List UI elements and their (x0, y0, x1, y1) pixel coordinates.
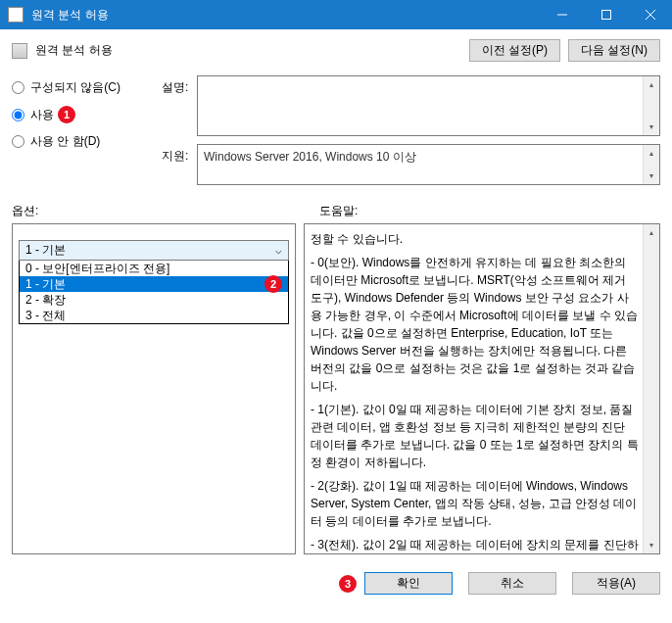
radio-disabled-input[interactable] (12, 135, 24, 148)
support-label: 지원: (162, 144, 197, 185)
prev-setting-button[interactable]: 이전 설정(P) (469, 39, 560, 62)
policy-icon (12, 43, 27, 59)
radio-not-configured[interactable]: 구성되지 않음(C) (12, 79, 154, 96)
scroll-up-icon[interactable]: ▴ (644, 145, 660, 162)
listbox-item-security[interactable]: 0 - 보안[엔터프라이즈 전용] (20, 261, 288, 276)
description-label: 설명: (162, 75, 197, 136)
radio-disabled-label: 사용 안 함(D) (30, 133, 100, 150)
combo-selected-value: 1 - 기본 (25, 242, 66, 259)
config-radios: 구성되지 않음(C) 사용 1 사용 안 함(D) (12, 75, 154, 193)
close-button[interactable] (628, 0, 672, 29)
window-title: 원격 분석 허용 (31, 7, 540, 24)
scroll-up-icon[interactable]: ▴ (644, 76, 660, 93)
header-row: 원격 분석 허용 이전 설정(P) 다음 설정(N) (12, 39, 660, 62)
annotation-badge-1: 1 (58, 106, 75, 123)
description-field[interactable]: ▴ ▾ (197, 75, 660, 136)
footer-buttons: 3 확인 취소 적용(A) (0, 564, 672, 602)
policy-title: 원격 분석 허용 (35, 42, 469, 59)
scrollbar[interactable]: ▴ ▾ (643, 224, 659, 553)
radio-enabled[interactable]: 사용 1 (12, 106, 154, 123)
support-field: Windows Server 2016, Windows 10 이상 ▴ ▾ (197, 144, 660, 185)
listbox-item-full[interactable]: 3 - 전체 (20, 308, 288, 323)
annotation-badge-2: 2 (264, 275, 282, 293)
scroll-down-icon[interactable]: ▾ (644, 119, 660, 135)
radio-disabled[interactable]: 사용 안 함(D) (12, 133, 154, 150)
scrollbar[interactable]: ▴ ▾ (643, 145, 659, 184)
listbox-item-basic-label: 1 - 기본 (25, 277, 66, 291)
radio-enabled-label: 사용 (30, 107, 54, 123)
help-text: - 2(강화). 값이 1일 때 제공하는 데이터에 Windows, Wind… (311, 477, 640, 530)
annotation-badge-3: 3 (339, 575, 357, 593)
help-text: - 3(전체). 값이 2일 때 제공하는 데이터에 장치의 문제를 진단하고 … (311, 536, 640, 554)
radio-not-configured-input[interactable] (12, 81, 24, 94)
options-label: 옵션: (12, 203, 319, 219)
help-text: - 1(기본). 값이 0일 때 제공하는 데이터에 기본 장치 정보, 품질 … (311, 401, 640, 471)
scroll-up-icon[interactable]: ▴ (644, 224, 660, 241)
help-label: 도움말: (319, 203, 660, 219)
cancel-button[interactable]: 취소 (468, 572, 556, 595)
listbox-item-enhanced[interactable]: 2 - 확장 (20, 292, 288, 308)
help-panel: 정할 수 있습니다. - 0(보안). Windows를 안전하게 유지하는 데… (304, 223, 660, 554)
ok-button[interactable]: 확인 (364, 572, 453, 595)
svg-rect-1 (601, 11, 610, 20)
app-icon (8, 7, 24, 23)
scrollbar[interactable]: ▴ ▾ (643, 76, 659, 135)
support-text: Windows Server 2016, Windows 10 이상 (204, 150, 416, 164)
minimize-button[interactable] (540, 0, 584, 29)
radio-not-configured-label: 구성되지 않음(C) (30, 79, 120, 96)
options-panel: 1 - 기본 0 - 보안[엔터프라이즈 전용] 1 - 기본 2 2 - 확장… (12, 223, 296, 554)
maximize-button[interactable] (584, 0, 628, 29)
titlebar: 원격 분석 허용 (0, 0, 672, 29)
help-text: - 0(보안). Windows를 안전하게 유지하는 데 필요한 최소한의 데… (311, 254, 640, 395)
telemetry-level-combo[interactable]: 1 - 기본 (19, 240, 289, 261)
help-text: 정할 수 있습니다. (311, 230, 640, 248)
telemetry-level-listbox[interactable]: 0 - 보안[엔터프라이즈 전용] 1 - 기본 2 2 - 확장 3 - 전체 (19, 261, 289, 324)
scroll-down-icon[interactable]: ▾ (644, 168, 660, 184)
scroll-down-icon[interactable]: ▾ (644, 537, 660, 553)
next-setting-button[interactable]: 다음 설정(N) (568, 39, 660, 62)
radio-enabled-input[interactable] (12, 109, 24, 121)
listbox-item-basic[interactable]: 1 - 기본 2 (20, 276, 288, 292)
apply-button[interactable]: 적용(A) (572, 572, 660, 595)
